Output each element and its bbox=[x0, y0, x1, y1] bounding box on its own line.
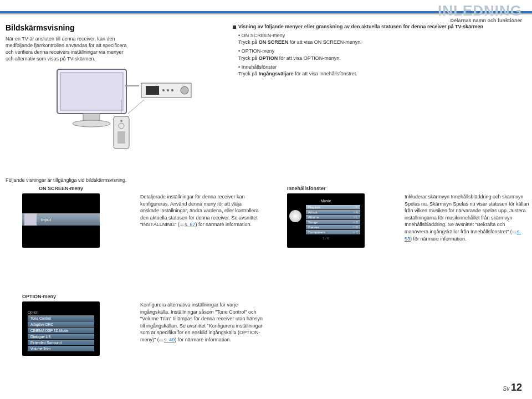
tv-receiver-illustration bbox=[53, 58, 197, 152]
mid-caption: Följande visningar är tillgängliga vid b… bbox=[6, 177, 127, 183]
option-label: OPTION-meny bbox=[22, 294, 56, 299]
content-label: Innehållsfönster bbox=[287, 186, 326, 191]
svg-point-8 bbox=[167, 89, 169, 91]
content-thumbnail: Music Playlists> P Artists> A Albums> L … bbox=[287, 193, 365, 248]
page-number: 12 bbox=[511, 382, 522, 393]
book-icon bbox=[159, 337, 164, 342]
option-desc: Konfigurera alternativa inställningar fö… bbox=[140, 301, 265, 344]
book-icon bbox=[180, 222, 185, 227]
svg-point-6 bbox=[181, 86, 188, 94]
section-subtitle: Delarnas namn och funktioner bbox=[450, 18, 522, 23]
lang-code: Sv bbox=[503, 386, 510, 392]
svg-rect-1 bbox=[60, 73, 123, 110]
menu-list: ON SCREEN-meny Tryck på ON SCREEN för at… bbox=[233, 32, 521, 77]
list-item: Innehållsfönster Tryck på Ingångsväljare… bbox=[238, 64, 521, 77]
left-column: Bildskärmsvisning När en TV är ansluten … bbox=[6, 23, 127, 63]
svg-point-7 bbox=[162, 89, 165, 91]
onscreen-thumbnail: Input bbox=[22, 193, 100, 248]
list-item: ON SCREEN-meny Tryck på ON SCREEN för at… bbox=[238, 32, 521, 45]
section-title: INLEDNING bbox=[438, 2, 522, 19]
svg-rect-14 bbox=[117, 131, 125, 144]
svg-point-12 bbox=[120, 120, 122, 122]
svg-point-3 bbox=[73, 120, 110, 127]
svg-rect-2 bbox=[83, 114, 100, 120]
intro-text: Visning av följande menyer eller granskn… bbox=[238, 24, 483, 29]
svg-point-9 bbox=[171, 89, 173, 91]
page-footer: Sv 12 bbox=[503, 382, 522, 393]
right-column: Visning av följande menyer eller granskn… bbox=[233, 23, 521, 79]
bullet-square-icon bbox=[233, 25, 236, 29]
onscreen-desc: Detaljerade inställningar för denna rece… bbox=[140, 193, 259, 228]
page-ref[interactable]: s. 49 bbox=[164, 337, 175, 342]
book-icon bbox=[512, 229, 517, 234]
disc-icon bbox=[289, 210, 301, 222]
option-thumbnail: Option Tone Control Adaptive DRC CINEMA … bbox=[22, 301, 100, 356]
list-item: OPTION-meny Tryck på OPTION för att visa… bbox=[238, 48, 521, 61]
page-ref[interactable]: s. 67 bbox=[185, 222, 196, 227]
content-desc: Inkluderar skärmvyn Innehållsbläddring o… bbox=[405, 193, 529, 242]
heading: Bildskärmsvisning bbox=[6, 23, 127, 32]
onscreen-label: ON SCREEN-meny bbox=[39, 186, 83, 191]
svg-rect-5 bbox=[146, 86, 159, 95]
svg-line-16 bbox=[128, 100, 144, 114]
